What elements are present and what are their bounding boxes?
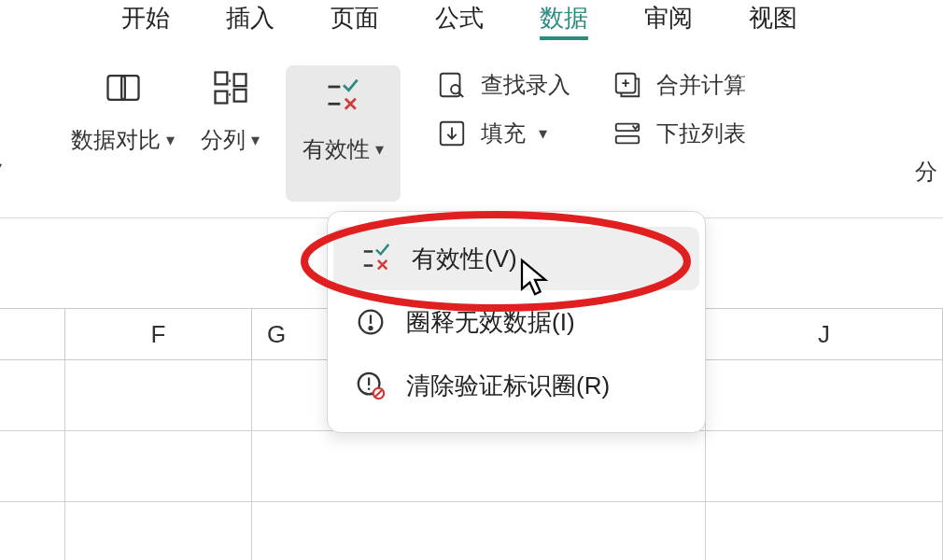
svg-rect-2 <box>215 73 227 85</box>
chevron-down-icon: ▾ <box>539 123 547 144</box>
ribbon-side-col-2: 合并计算 下拉列表 <box>606 65 752 153</box>
svg-rect-11 <box>616 136 639 144</box>
data-compare-group[interactable]: 数据对比 ▾ <box>71 65 175 155</box>
tab-page[interactable]: 页面 <box>331 0 379 35</box>
svg-rect-5 <box>233 90 246 102</box>
col-header-F[interactable]: F <box>65 309 252 359</box>
dropdown-item-label: 有效性(V) <box>412 243 517 275</box>
find-input-button[interactable]: 查找录入 <box>430 65 576 105</box>
dropdown-item-label: 圈释无效数据(I) <box>406 306 575 339</box>
chevron-down-icon: ▾ <box>166 130 175 150</box>
ribbon-side-col-1: 查找录入 填充 ▾ <box>430 65 576 153</box>
dropdown-list-label: 下拉列表 <box>656 119 746 148</box>
col-header-J[interactable]: J <box>706 309 943 359</box>
dropdown-list-button[interactable]: 下拉列表 <box>606 114 752 153</box>
chevron-down-icon: ▾ <box>251 130 260 150</box>
ribbon: ▾ 数据对比 ▾ 分列 ▾ <box>0 39 943 218</box>
data-compare-label: 数据对比 <box>71 125 161 155</box>
merge-calc-icon <box>612 69 643 101</box>
fill-button[interactable]: 填充 ▾ <box>430 114 553 153</box>
svg-rect-3 <box>215 91 227 104</box>
right-truncated-label: 分 <box>915 157 937 187</box>
tab-formula[interactable]: 公式 <box>435 0 484 35</box>
validity-button[interactable]: 有效性 ▾ <box>286 65 401 202</box>
validity-dropdown: 有效性(V) 圈释无效数据(I) 清除验证标识圈(R) <box>327 211 706 433</box>
tab-data[interactable]: 数据 <box>540 0 588 35</box>
dropdown-item-validity[interactable]: 有效性(V) <box>333 227 699 290</box>
dropdown-item-clear-circles[interactable]: 清除验证标识圈(R) <box>328 354 705 417</box>
table-row[interactable] <box>0 431 943 502</box>
find-input-label: 查找录入 <box>481 70 570 100</box>
merge-calc-label: 合并计算 <box>656 70 746 100</box>
fill-label: 填充 <box>481 119 526 148</box>
clear-circles-icon <box>354 369 387 402</box>
tab-start[interactable]: 开始 <box>121 0 170 35</box>
data-compare-icon <box>101 65 146 110</box>
dropdown-item-label: 清除验证标识圈(R) <box>406 370 610 402</box>
svg-point-13 <box>369 327 372 329</box>
validity-icon <box>359 242 393 275</box>
tab-insert[interactable]: 插入 <box>226 0 274 35</box>
merge-calc-button[interactable]: 合并计算 <box>606 65 752 105</box>
split-columns-label: 分列 <box>201 125 246 155</box>
validity-label: 有效性 <box>303 134 370 164</box>
circle-invalid-icon <box>354 305 387 339</box>
dropdown-item-circle-invalid[interactable]: 圈释无效数据(I) <box>328 290 705 354</box>
chevron-down-icon: ▾ <box>375 139 384 160</box>
find-input-icon <box>436 69 468 101</box>
tab-view[interactable]: 视图 <box>749 0 797 35</box>
svg-rect-4 <box>233 74 246 86</box>
svg-point-7 <box>451 85 459 93</box>
tab-review[interactable]: 审阅 <box>644 0 693 35</box>
table-row[interactable] <box>0 502 943 560</box>
fill-icon <box>436 118 468 149</box>
split-columns-icon <box>208 65 253 110</box>
dropdown-list-icon <box>612 118 643 149</box>
svg-point-15 <box>368 387 371 390</box>
split-columns-group[interactable]: 分列 ▾ <box>201 65 260 155</box>
left-dropdown-stub[interactable]: ▾ <box>0 155 2 181</box>
validity-icon <box>321 75 366 119</box>
menu-tabs: 开始 插入 页面 公式 数据 审阅 视图 <box>0 0 943 39</box>
